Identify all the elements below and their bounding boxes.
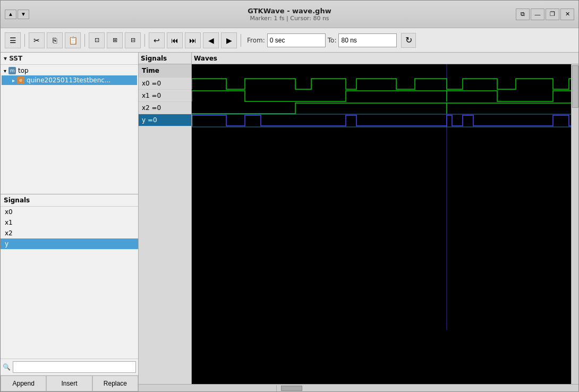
collapse-down-button[interactable]: ▼	[18, 10, 29, 19]
tree-item-testbench[interactable]: ▸ e quine20250113testbenc...	[2, 75, 137, 85]
sst-tree: ▾ m top ▸ e quine20250113testbenc...	[1, 65, 138, 194]
toolbar-sep-3	[144, 34, 145, 47]
signal-item-y[interactable]: y	[1, 238, 138, 249]
search-bar: 🔍	[1, 359, 138, 375]
search-icon: 🔍	[3, 363, 11, 371]
to-label: To:	[328, 37, 337, 44]
reload-button[interactable]: ↻	[401, 33, 416, 48]
waveform-svg	[192, 64, 571, 384]
undo-button[interactable]: ↩	[149, 32, 165, 48]
from-input[interactable]	[267, 33, 326, 47]
collapse-up-button[interactable]: ▲	[5, 10, 16, 19]
signals-list: x0 x1 x2 y	[1, 207, 138, 359]
to-input[interactable]	[338, 33, 397, 47]
wave-row-x0[interactable]: x0 =0	[139, 78, 191, 90]
titlebar-collapse-controls: ▲ ▼	[5, 10, 29, 19]
window-title: GTKWave - wave.ghw	[248, 7, 331, 15]
cut-button[interactable]: ✂	[29, 32, 45, 48]
restore-button[interactable]: ❐	[546, 8, 559, 20]
wave-row-x2[interactable]: x2 =0	[139, 102, 191, 114]
right-panel: Signals Waves Time x0 =0 x1 =0 x2 =0 y =…	[139, 53, 578, 391]
wave-row-y[interactable]: y =0	[139, 114, 191, 126]
sst-panel: ▾ SST ▾ m top ▸ e quine20250113testbenc.…	[1, 53, 138, 194]
prev-marker-button[interactable]: ◀	[203, 32, 219, 48]
maximize-restore-button[interactable]: ⧉	[516, 8, 530, 20]
vertical-scrollbar[interactable]	[571, 64, 578, 384]
main-area: ▾ SST ▾ m top ▸ e quine20250113testbenc.…	[1, 53, 578, 391]
h-scrollbar-track[interactable]	[277, 385, 578, 391]
wave-canvas-area[interactable]	[192, 64, 571, 384]
tree-label-testbench: quine20250113testbenc...	[27, 76, 110, 84]
copy-button[interactable]: ⎘	[47, 32, 63, 48]
window-subtitle: Marker: 1 fs | Cursor: 80 ns	[250, 15, 329, 22]
signal-item-x1[interactable]: x1	[1, 217, 138, 228]
paste-button[interactable]: 📋	[65, 32, 81, 48]
goto-end-button[interactable]: ⏭	[185, 32, 201, 48]
toolbar-sep-4	[241, 34, 241, 47]
sst-header: ▾ SST	[1, 53, 138, 65]
titlebar: ▲ ▼ GTKWave - wave.ghw Marker: 1 fs | Cu…	[1, 1, 578, 28]
replace-button[interactable]: Replace	[92, 376, 138, 391]
main-window: ▲ ▼ GTKWave - wave.ghw Marker: 1 fs | Cu…	[0, 0, 579, 392]
toolbar-sep-2	[84, 34, 85, 47]
tree-toggle-tb: ▸	[12, 78, 15, 83]
minimize-button[interactable]: —	[531, 8, 544, 20]
bottom-buttons: Append Insert Replace	[1, 375, 138, 391]
wave-scrollbar-h[interactable]	[139, 384, 578, 391]
h-scroll-thumb[interactable]	[281, 386, 302, 391]
tree-toggle-top: ▾	[4, 68, 6, 74]
waves-col-header: Waves	[192, 53, 578, 64]
signals-col-header: Signals	[139, 53, 192, 64]
signal-item-x2[interactable]: x2	[1, 228, 138, 238]
goto-start-button[interactable]: ⏮	[167, 32, 183, 48]
from-to-controls: From: To:	[247, 33, 397, 47]
sst-title: SST	[9, 55, 22, 62]
v-scroll-thumb[interactable]	[572, 65, 578, 108]
append-button[interactable]: Append	[1, 376, 46, 391]
window-controls: ⧉ — ❐ ✕	[516, 8, 574, 20]
toolbar-sep-1	[24, 34, 25, 47]
tree-label-top: top	[18, 67, 29, 74]
wave-content: Time x0 =0 x1 =0 x2 =0 y =0	[139, 64, 578, 384]
insert-button[interactable]: Insert	[46, 376, 92, 391]
left-panel: ▾ SST ▾ m top ▸ e quine20250113testbenc.…	[1, 53, 139, 391]
module-icon: m	[8, 67, 16, 74]
wave-row-x1[interactable]: x1 =0	[139, 90, 191, 102]
menu-button[interactable]: ☰	[5, 32, 21, 48]
left-scroll-placeholder	[139, 385, 277, 391]
from-label: From:	[247, 37, 265, 44]
tree-item-top[interactable]: ▾ m top	[2, 66, 137, 75]
sst-expand-icon: ▾	[4, 55, 9, 62]
zoom-in-button[interactable]: ⊞	[107, 32, 123, 48]
zoom-fit-button[interactable]: ⊡	[89, 32, 105, 48]
signal-item-x0[interactable]: x0	[1, 207, 138, 217]
close-button[interactable]: ✕	[560, 8, 574, 20]
wave-header: Signals Waves	[139, 53, 578, 64]
wave-row-time[interactable]: Time	[139, 64, 191, 78]
signals-header: Signals	[1, 194, 138, 207]
wave-signals-list: Time x0 =0 x1 =0 x2 =0 y =0	[139, 64, 192, 384]
zoom-out-button[interactable]: ⊟	[125, 32, 141, 48]
entity-icon: e	[17, 76, 24, 84]
toolbar: ☰ ✂ ⎘ 📋 ⊡ ⊞ ⊟ ↩ ⏮ ⏭ ◀ ▶ From: To: ↻	[1, 28, 578, 53]
search-input[interactable]	[13, 361, 136, 373]
signals-panel: Signals x0 x1 x2 y 🔍	[1, 194, 138, 375]
next-marker-button[interactable]: ▶	[221, 32, 237, 48]
svg-rect-1	[192, 114, 571, 127]
